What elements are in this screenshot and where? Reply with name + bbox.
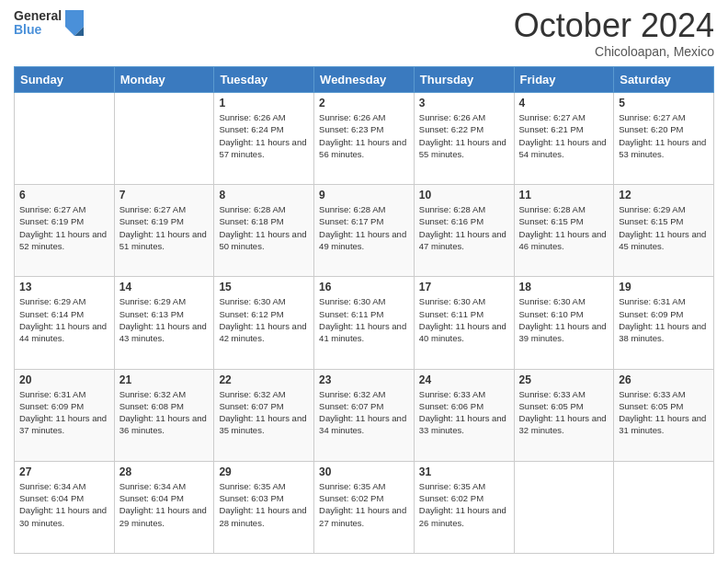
day-info: Sunrise: 6:30 AM Sunset: 6:11 PM Dayligh…: [419, 295, 509, 344]
day-info: Sunrise: 6:33 AM Sunset: 6:06 PM Dayligh…: [419, 388, 509, 437]
calendar-cell: 1Sunrise: 6:26 AM Sunset: 6:24 PM Daylig…: [214, 93, 314, 185]
calendar-cell: 20Sunrise: 6:31 AM Sunset: 6:09 PM Dayli…: [15, 369, 115, 461]
day-info: Sunrise: 6:32 AM Sunset: 6:07 PM Dayligh…: [319, 388, 409, 437]
calendar-cell: 25Sunrise: 6:33 AM Sunset: 6:05 PM Dayli…: [514, 369, 614, 461]
calendar-week-row: 13Sunrise: 6:29 AM Sunset: 6:14 PM Dayli…: [15, 277, 714, 369]
calendar-cell: 11Sunrise: 6:28 AM Sunset: 6:15 PM Dayli…: [514, 185, 614, 277]
day-info: Sunrise: 6:27 AM Sunset: 6:19 PM Dayligh…: [19, 203, 109, 252]
day-info: Sunrise: 6:34 AM Sunset: 6:04 PM Dayligh…: [19, 480, 109, 529]
day-number: 18: [519, 281, 609, 293]
day-number: 22: [219, 373, 309, 386]
calendar-week-row: 27Sunrise: 6:34 AM Sunset: 6:04 PM Dayli…: [15, 461, 714, 553]
calendar-cell: 18Sunrise: 6:30 AM Sunset: 6:10 PM Dayli…: [514, 277, 614, 369]
calendar-cell: 27Sunrise: 6:34 AM Sunset: 6:04 PM Dayli…: [15, 461, 115, 553]
day-info: Sunrise: 6:26 AM Sunset: 6:23 PM Dayligh…: [319, 111, 409, 160]
calendar-cell: 6Sunrise: 6:27 AM Sunset: 6:19 PM Daylig…: [15, 185, 115, 277]
day-number: 17: [419, 281, 509, 293]
day-info: Sunrise: 6:32 AM Sunset: 6:07 PM Dayligh…: [219, 388, 309, 437]
calendar-cell: 24Sunrise: 6:33 AM Sunset: 6:06 PM Dayli…: [414, 369, 514, 461]
logo: General Blue: [14, 9, 84, 38]
day-info: Sunrise: 6:34 AM Sunset: 6:04 PM Dayligh…: [119, 480, 210, 529]
day-header-friday: Friday: [514, 67, 614, 93]
calendar-cell: 16Sunrise: 6:30 AM Sunset: 6:11 PM Dayli…: [314, 277, 415, 369]
day-info: Sunrise: 6:33 AM Sunset: 6:05 PM Dayligh…: [619, 388, 709, 437]
calendar-cell: 12Sunrise: 6:29 AM Sunset: 6:15 PM Dayli…: [614, 185, 714, 277]
logo-general-text: General: [14, 9, 62, 23]
calendar-cell: [614, 461, 714, 553]
day-number: 20: [19, 373, 109, 386]
day-info: Sunrise: 6:28 AM Sunset: 6:15 PM Dayligh…: [519, 203, 609, 252]
month-title: October 2024: [514, 9, 714, 42]
calendar-cell: [15, 93, 115, 185]
day-number: 24: [419, 373, 509, 386]
day-number: 6: [19, 189, 109, 201]
day-header-thursday: Thursday: [414, 67, 514, 93]
day-number: 19: [619, 281, 709, 293]
day-number: 5: [619, 97, 709, 109]
day-info: Sunrise: 6:26 AM Sunset: 6:24 PM Dayligh…: [219, 111, 309, 160]
day-number: 29: [219, 465, 309, 478]
calendar-week-row: 1Sunrise: 6:26 AM Sunset: 6:24 PM Daylig…: [15, 93, 714, 185]
calendar-cell: 9Sunrise: 6:28 AM Sunset: 6:17 PM Daylig…: [314, 185, 415, 277]
day-info: Sunrise: 6:30 AM Sunset: 6:11 PM Dayligh…: [319, 295, 409, 344]
calendar-cell: 4Sunrise: 6:27 AM Sunset: 6:21 PM Daylig…: [514, 93, 614, 185]
logo-text: General Blue: [14, 9, 62, 38]
day-info: Sunrise: 6:29 AM Sunset: 6:13 PM Dayligh…: [119, 295, 210, 344]
calendar-table: SundayMondayTuesdayWednesdayThursdayFrid…: [14, 66, 714, 554]
day-info: Sunrise: 6:29 AM Sunset: 6:14 PM Dayligh…: [19, 295, 109, 344]
day-number: 2: [319, 97, 409, 109]
calendar-cell: 3Sunrise: 6:26 AM Sunset: 6:22 PM Daylig…: [414, 93, 514, 185]
calendar-cell: 14Sunrise: 6:29 AM Sunset: 6:13 PM Dayli…: [114, 277, 214, 369]
location: Chicoloapan, Mexico: [514, 44, 714, 59]
day-info: Sunrise: 6:32 AM Sunset: 6:08 PM Dayligh…: [119, 388, 210, 437]
day-number: 28: [119, 465, 210, 478]
calendar-week-row: 20Sunrise: 6:31 AM Sunset: 6:09 PM Dayli…: [15, 369, 714, 461]
day-number: 1: [219, 97, 309, 109]
calendar-cell: 7Sunrise: 6:27 AM Sunset: 6:19 PM Daylig…: [114, 185, 214, 277]
day-info: Sunrise: 6:31 AM Sunset: 6:09 PM Dayligh…: [19, 388, 109, 437]
day-number: 21: [119, 373, 210, 386]
day-info: Sunrise: 6:28 AM Sunset: 6:18 PM Dayligh…: [219, 203, 309, 252]
day-info: Sunrise: 6:31 AM Sunset: 6:09 PM Dayligh…: [619, 295, 709, 344]
day-info: Sunrise: 6:28 AM Sunset: 6:17 PM Dayligh…: [319, 203, 409, 252]
logo-icon: [65, 10, 84, 36]
page: General Blue October 2024 Chicoloapan, M…: [0, 0, 728, 563]
calendar-cell: 5Sunrise: 6:27 AM Sunset: 6:20 PM Daylig…: [614, 93, 714, 185]
day-number: 14: [119, 281, 210, 293]
day-number: 30: [319, 465, 409, 478]
day-info: Sunrise: 6:35 AM Sunset: 6:02 PM Dayligh…: [319, 480, 409, 529]
day-number: 8: [219, 189, 309, 201]
calendar-cell: 19Sunrise: 6:31 AM Sunset: 6:09 PM Dayli…: [614, 277, 714, 369]
day-number: 26: [619, 373, 709, 386]
day-number: 16: [319, 281, 409, 293]
day-number: 31: [419, 465, 509, 478]
day-number: 3: [419, 97, 509, 109]
calendar-cell: 31Sunrise: 6:35 AM Sunset: 6:02 PM Dayli…: [414, 461, 514, 553]
calendar-cell: 30Sunrise: 6:35 AM Sunset: 6:02 PM Dayli…: [314, 461, 415, 553]
calendar-cell: 29Sunrise: 6:35 AM Sunset: 6:03 PM Dayli…: [214, 461, 314, 553]
day-number: 27: [19, 465, 109, 478]
day-header-monday: Monday: [114, 67, 214, 93]
calendar-cell: 13Sunrise: 6:29 AM Sunset: 6:14 PM Dayli…: [15, 277, 115, 369]
calendar-cell: 15Sunrise: 6:30 AM Sunset: 6:12 PM Dayli…: [214, 277, 314, 369]
day-info: Sunrise: 6:29 AM Sunset: 6:15 PM Dayligh…: [619, 203, 709, 252]
day-number: 12: [619, 189, 709, 201]
calendar-week-row: 6Sunrise: 6:27 AM Sunset: 6:19 PM Daylig…: [15, 185, 714, 277]
day-number: 4: [519, 97, 609, 109]
day-number: 13: [19, 281, 109, 293]
day-number: 25: [519, 373, 609, 386]
calendar-cell: 17Sunrise: 6:30 AM Sunset: 6:11 PM Dayli…: [414, 277, 514, 369]
day-header-sunday: Sunday: [15, 67, 115, 93]
day-info: Sunrise: 6:33 AM Sunset: 6:05 PM Dayligh…: [519, 388, 609, 437]
calendar-cell: 10Sunrise: 6:28 AM Sunset: 6:16 PM Dayli…: [414, 185, 514, 277]
header: General Blue October 2024 Chicoloapan, M…: [14, 9, 714, 59]
day-number: 10: [419, 189, 509, 201]
day-number: 11: [519, 189, 609, 201]
logo-blue-text: Blue: [14, 23, 62, 37]
calendar-cell: 2Sunrise: 6:26 AM Sunset: 6:23 PM Daylig…: [314, 93, 415, 185]
day-header-wednesday: Wednesday: [314, 67, 415, 93]
day-info: Sunrise: 6:27 AM Sunset: 6:19 PM Dayligh…: [119, 203, 210, 252]
calendar-cell: 28Sunrise: 6:34 AM Sunset: 6:04 PM Dayli…: [114, 461, 214, 553]
day-info: Sunrise: 6:30 AM Sunset: 6:10 PM Dayligh…: [519, 295, 609, 344]
calendar-cell: 26Sunrise: 6:33 AM Sunset: 6:05 PM Dayli…: [614, 369, 714, 461]
